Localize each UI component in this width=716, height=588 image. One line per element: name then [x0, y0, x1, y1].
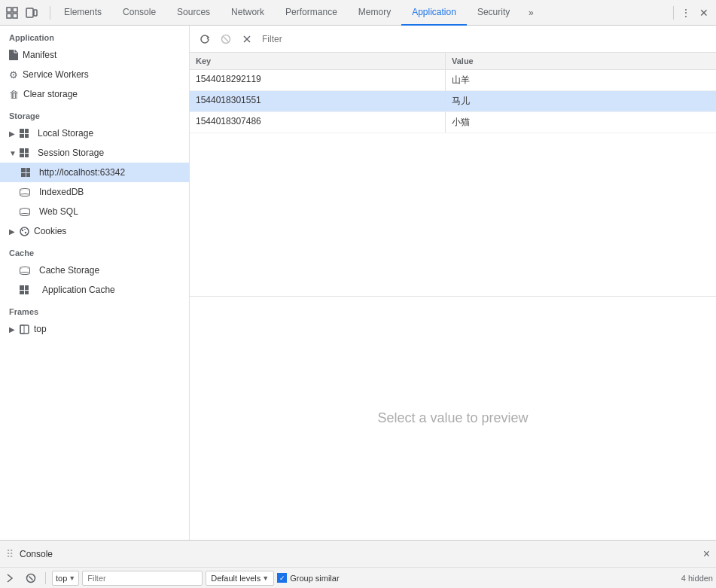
table-row[interactable]: 1544018307486 小猫 [190, 112, 716, 133]
table-cell-value: 小猫 [446, 112, 716, 133]
tab-sources[interactable]: Sources [166, 0, 221, 26]
storage-section-label: Storage [0, 104, 189, 123]
col-key-header: Key [190, 53, 446, 69]
svg-rect-5 [34, 10, 37, 16]
sidebar-item-cookies[interactable]: ▶ Cookies [0, 221, 189, 241]
console-bar: ⠿ Console × [0, 540, 716, 567]
svg-rect-1 [13, 8, 17, 12]
sidebar-item-manifest[interactable]: Manifest [0, 45, 189, 65]
table-cell-key: 1544018301551 [190, 91, 446, 111]
svg-point-8 [25, 231, 26, 233]
svg-rect-0 [7, 8, 11, 12]
sidebar-item-frames-top[interactable]: ▶ top [0, 319, 189, 339]
sidebar-item-cache-storage[interactable]: Cache Storage [0, 260, 189, 280]
divider [50, 6, 50, 20]
panel-toolbar [190, 26, 716, 53]
top-tab-bar: Elements Console Sources Network Perform… [0, 0, 716, 26]
device-toolbar-icon[interactable] [23, 4, 41, 22]
hidden-count: 4 hidden [681, 574, 713, 583]
table-cell-key: 1544018307486 [190, 112, 446, 133]
localhost-icon [21, 168, 35, 177]
console-execute-icon[interactable] [3, 570, 20, 586]
table-header: Key Value [190, 53, 716, 70]
svg-rect-4 [26, 8, 33, 17]
expand-arrow-cache-storage [9, 267, 17, 275]
table-row[interactable]: 1544018292119 山羊 [190, 70, 716, 91]
delete-button[interactable] [217, 30, 235, 48]
divider2 [673, 6, 674, 20]
context-chevron-icon: ▼ [69, 574, 75, 582]
console-label[interactable]: Console [20, 549, 53, 559]
tab-console[interactable]: Console [112, 0, 166, 26]
cache-section-label: Cache [0, 241, 189, 260]
sidebar-item-local-storage[interactable]: ▶ Local Storage [0, 123, 189, 143]
default-levels-selector[interactable]: Default levels ▼ [206, 571, 274, 586]
group-similar-label: Group similar [290, 574, 339, 583]
expand-arrow-local-storage: ▶ [9, 129, 17, 138]
tab-memory[interactable]: Memory [348, 0, 401, 26]
more-tabs-icon[interactable]: » [520, 2, 541, 23]
indexeddb-icon [20, 188, 30, 197]
svg-point-7 [22, 229, 23, 230]
table-cell-value: 山羊 [446, 70, 716, 90]
preview-text: Select a value to preview [377, 410, 528, 426]
tab-application[interactable]: Application [401, 0, 467, 26]
console-drag-handle[interactable]: ⠿ [6, 548, 14, 560]
tab-network[interactable]: Network [221, 0, 275, 26]
sidebar: Application Manifest ⚙ Service Workers 🗑… [0, 26, 190, 540]
group-similar-container: Group similar [277, 573, 339, 583]
svg-rect-2 [7, 14, 11, 18]
expand-arrow-app-cache [9, 286, 17, 294]
cookies-icon [20, 227, 29, 236]
console-bottom-toolbar: top ▼ Default levels ▼ Group similar 4 h… [0, 567, 716, 588]
main-content: Application Manifest ⚙ Service Workers 🗑… [0, 26, 716, 540]
web-sql-icon [20, 208, 30, 216]
session-storage-icon [20, 148, 33, 157]
col-value-header: Value [446, 53, 716, 69]
sidebar-item-localhost[interactable]: http://localhost:63342 [0, 163, 189, 182]
table-cell-key: 1544018292119 [190, 70, 446, 90]
manifest-icon [9, 50, 18, 60]
inspect-element-icon[interactable] [3, 4, 21, 22]
console-clear-icon[interactable] [23, 570, 39, 586]
trash-icon: 🗑 [9, 89, 19, 100]
svg-line-13 [224, 37, 228, 41]
close-devtools-icon[interactable]: ✕ [695, 4, 713, 22]
refresh-button[interactable] [196, 30, 214, 48]
application-cache-icon [20, 285, 33, 294]
cache-storage-icon [20, 267, 30, 275]
svg-point-9 [24, 228, 26, 230]
sidebar-item-web-sql[interactable]: Web SQL [0, 202, 189, 221]
expand-arrow-session-storage: ▼ [9, 149, 17, 157]
preview-area: Select a value to preview [190, 296, 716, 540]
filter-input[interactable] [259, 31, 710, 47]
gear-icon: ⚙ [9, 69, 18, 81]
default-levels-label: Default levels [211, 574, 261, 583]
tab-elements[interactable]: Elements [53, 0, 112, 26]
table-cell-value: 马儿 [446, 91, 716, 111]
console-close-button[interactable]: × [703, 547, 710, 561]
expand-arrow-indexeddb [9, 188, 17, 197]
panel: Key Value 1544018292119 山羊 1544018301551… [190, 26, 716, 540]
context-selector[interactable]: top ▼ [52, 571, 79, 586]
sidebar-item-application-cache[interactable]: Application Cache [0, 280, 189, 300]
application-section-label: Application [0, 26, 189, 45]
tab-performance[interactable]: Performance [275, 0, 348, 26]
sidebar-item-session-storage[interactable]: ▼ Session Storage [0, 143, 189, 163]
group-similar-checkbox[interactable] [277, 573, 287, 583]
tab-security[interactable]: Security [467, 0, 520, 26]
table-row[interactable]: 1544018301551 马儿 [190, 91, 716, 112]
sidebar-item-indexeddb[interactable]: IndexedDB [0, 182, 189, 202]
more-options-icon[interactable]: ⋮ [677, 4, 695, 22]
clear-button[interactable] [238, 30, 256, 48]
local-storage-icon [20, 129, 33, 138]
frame-icon [20, 324, 29, 334]
context-label: top [56, 574, 67, 583]
console-filter-input[interactable] [82, 571, 203, 586]
svg-line-17 [29, 576, 33, 580]
frames-section-label: Frames [0, 300, 189, 319]
sidebar-item-service-workers[interactable]: ⚙ Service Workers [0, 65, 189, 84]
sidebar-item-clear-storage[interactable]: 🗑 Clear storage [0, 84, 189, 104]
levels-chevron-icon: ▼ [262, 574, 269, 582]
svg-point-6 [20, 227, 29, 236]
